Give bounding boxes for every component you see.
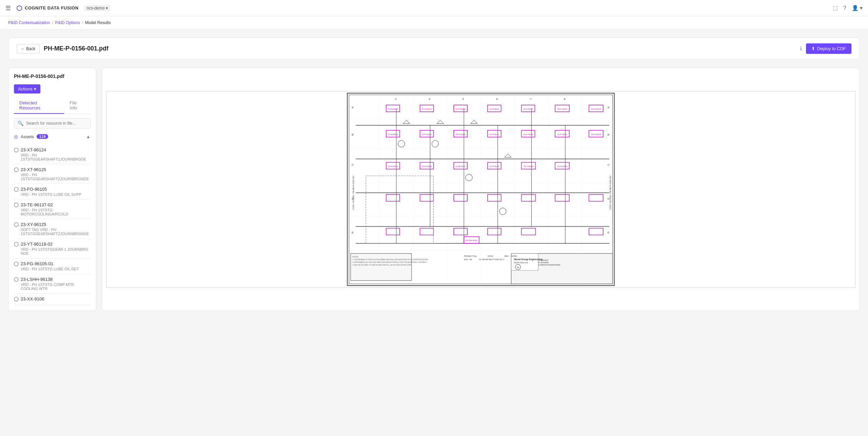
svg-text:3: 3 [395, 98, 397, 101]
app-name: COGNITE DATA FUSION [25, 5, 79, 11]
assets-circle-icon: ◎ [14, 134, 18, 139]
app-logo: ⬡ COGNITE DATA FUSION [16, 4, 79, 12]
asset-name: 23-TE-96137-02 [14, 202, 91, 207]
svg-text:23-FO-96105: 23-FO-96105 [422, 165, 432, 167]
svg-text:CONT. ON DWG. PM-ME-P-0156-002: CONT. ON DWG. PM-ME-P-0156-002 [609, 175, 611, 210]
svg-text:bp: bp [517, 266, 519, 268]
asset-desc: VRD - PH 1STSTGGEARSHAFT1JOURNBRGDE [14, 153, 91, 161]
svg-rect-101 [454, 228, 467, 235]
breadcrumb-pid-options[interactable]: P&ID Options [55, 20, 80, 25]
search-input[interactable] [26, 121, 87, 126]
asset-item[interactable]: 23-XX-9106 [14, 294, 91, 305]
svg-text:C: C [352, 163, 354, 166]
svg-text:B: B [352, 133, 353, 136]
svg-text:8: 8 [564, 98, 566, 101]
svg-text:A: A [352, 106, 354, 109]
svg-text:23-TE-96137: 23-TE-96137 [489, 108, 499, 110]
help-icon[interactable]: ? [843, 5, 846, 11]
svg-marker-107 [471, 120, 477, 124]
asset-desc: VRD - PH 1STSTGGEARSHAFT2JOURNBRGNDE [14, 173, 91, 181]
svg-text:PROJECT No.: PROJECT No. [464, 255, 477, 257]
asset-item[interactable]: 23-XT-96124 VRD - PH 1STSTGGEARSHAFT1JOU… [14, 145, 91, 164]
svg-text:23-FG-96105: 23-FG-96105 [591, 133, 601, 136]
svg-point-110 [432, 141, 439, 147]
environment-selector[interactable]: ncs-demo ▾ [84, 5, 111, 11]
svg-text:C: C [608, 163, 610, 166]
asset-item[interactable]: 23-XT-96125 VRD - PH 1STSTGGEARSHAFT2JOU… [14, 164, 91, 184]
env-chevron-icon: ▾ [106, 6, 108, 11]
top-nav: ☰ ⬡ COGNITE DATA FUSION ncs-demo ▾ ⬚ ? 👤… [0, 0, 868, 16]
user-icon[interactable]: 👤 ▾ [852, 5, 863, 11]
actions-button[interactable]: Actions ▾ [14, 84, 40, 94]
svg-text:23-TE-96137: 23-TE-96137 [489, 133, 499, 136]
tab-detected-resources[interactable]: Detected Resources [14, 98, 64, 114]
breadcrumb: P&ID Contextualization / P&ID Options / … [0, 16, 868, 29]
asset-name: 23-XX-9106 [14, 296, 91, 302]
deploy-button[interactable]: ⬆ Deploy to CDF [806, 43, 851, 54]
svg-text:7: 7 [530, 98, 532, 101]
asset-circle-icon [14, 167, 19, 172]
deploy-label: Deploy to CDF [817, 46, 846, 51]
asset-circle-icon [14, 277, 19, 282]
svg-text:A: A [608, 106, 610, 109]
svg-text:1. THIS DRAWING IS TYPICAL IN : 1. THIS DRAWING IS TYPICAL IN THE NORMAL… [352, 259, 428, 261]
grid-icon[interactable]: ⬚ [833, 5, 838, 11]
assets-toggle-icon[interactable]: ▲ [86, 134, 91, 139]
asset-desc: VRD - PH 1STSTG COMP MTR COOLING WTR [14, 283, 91, 291]
svg-text:23-XY-96125: 23-XY-96125 [489, 165, 499, 167]
svg-rect-103 [521, 228, 536, 235]
svg-text:23-XT-96125: 23-XT-96125 [422, 133, 432, 136]
panel-file-name: PH-ME-P-0156-001.pdf [14, 74, 91, 79]
svg-point-109 [398, 141, 405, 147]
tab-file-info[interactable]: File Info [64, 98, 91, 114]
svg-rect-93 [420, 194, 434, 201]
asset-item[interactable]: 23-FG-96105-01 VRD - PH 1STSTG LUBE OIL … [14, 258, 91, 274]
asset-desc: VRD - PH 1STSTG LUBE OIL SUPP [14, 192, 91, 196]
svg-text:23-FG-96105: 23-FG-96105 [591, 108, 601, 110]
breadcrumb-sep-1: / [52, 20, 53, 25]
breadcrumb-sep-2: / [82, 20, 83, 25]
asset-list: 23-XT-96124 VRD - PH 1STSTGGEARSHAFT1JOU… [14, 145, 91, 305]
nav-actions: ⬚ ? 👤 ▾ [833, 5, 863, 11]
asset-item[interactable]: 23-LSHH-96138 VRD - PH 1STSTG COMP MTR C… [14, 274, 91, 294]
asset-circle-icon [14, 297, 19, 302]
info-icon[interactable]: ℹ [800, 45, 802, 52]
asset-item[interactable]: 23-YT-96118-02 VRD - PH 1STSTGGEAR 1 JOU… [14, 239, 91, 258]
asset-desc: VRD - PH 1STSTG MOTORCOOLINGAIRCOLD [14, 208, 91, 216]
asset-item[interactable]: 23-FO-96105 VRD - PH 1STSTG LUBE OIL SUP… [14, 184, 91, 200]
breadcrumb-pid-contextualization[interactable]: P&ID Contextualization [8, 20, 50, 25]
asset-name: 23-XT-96124 [14, 147, 91, 152]
asset-item[interactable]: 23-TE-96137-02 VRD - PH 1STSTG MOTORCOOL… [14, 200, 91, 219]
asset-item[interactable]: 23-XY-96125 SOFT TAG VRD - PH 1STSTGGEAR… [14, 219, 91, 239]
back-button[interactable]: ← Back [17, 44, 40, 54]
asset-name: 23-XT-96125 [14, 167, 91, 172]
svg-text:NONE: NONE [511, 255, 517, 257]
svg-text:23-XY-96125: 23-XY-96125 [523, 133, 533, 136]
svg-marker-106 [437, 120, 443, 124]
pid-diagram: VALHALL RE-DEVELOPMENT PROJECT PIPING & … [106, 91, 855, 288]
svg-text:23-YT-96118: 23-YT-96118 [557, 108, 567, 110]
asset-name: 23-XY-96125 [14, 222, 91, 227]
assets-label: ◎ Assets 119 [14, 134, 48, 139]
breadcrumb-model-results: Model Results [85, 20, 111, 25]
svg-rect-100 [420, 228, 434, 235]
panel-tabs: Detected Resources File Info [14, 98, 91, 114]
hamburger-icon[interactable]: ☰ [5, 4, 11, 12]
actions-label: Actions [18, 86, 33, 91]
svg-marker-105 [403, 120, 410, 124]
left-panel: PH-ME-P-0156-001.pdf Actions ▾ Detected … [8, 68, 96, 311]
svg-text:23-FO-96105: 23-FO-96105 [455, 133, 466, 136]
logo-icon: ⬡ [16, 4, 22, 12]
svg-text:REV.: REV. [505, 255, 509, 257]
asset-name: 23-FO-96105 [14, 187, 91, 192]
svg-text:23-XY-96125: 23-XY-96125 [523, 108, 533, 110]
svg-text:23   XB   FM   ME   P   0156  : 23 XB FM ME P 0156 001 2 [479, 258, 505, 261]
env-name: ncs-demo [87, 6, 105, 11]
diagram-panel[interactable]: VALHALL RE-DEVELOPMENT PROJECT PIPING & … [102, 68, 860, 311]
svg-rect-96 [521, 194, 536, 201]
svg-marker-108 [505, 154, 511, 157]
file-header-left: ← Back PH-ME-P-0156-001.pdf [17, 44, 108, 54]
content-area: PH-ME-P-0156-001.pdf Actions ▾ Detected … [8, 68, 860, 311]
assets-header: ◎ Assets 119 ▲ [14, 132, 91, 141]
svg-text:23-XT-96124: 23-XT-96124 [388, 165, 398, 167]
